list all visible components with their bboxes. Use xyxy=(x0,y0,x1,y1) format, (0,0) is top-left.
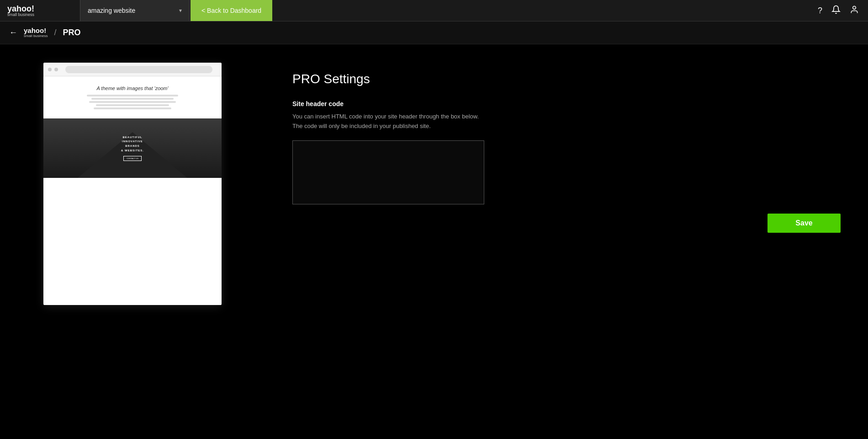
breadcrumb-slash: / xyxy=(54,28,56,37)
preview-hero-light: A theme with images that 'zoom' xyxy=(43,76,222,118)
preview-line-3 xyxy=(89,101,176,103)
site-header-code-label: Site header code xyxy=(292,100,841,107)
preview-dot-1 xyxy=(48,68,52,71)
preview-hero-lines xyxy=(57,95,208,109)
topbar-logo: yahoo! small business xyxy=(0,0,80,21)
topbar-right-actions: ? xyxy=(818,5,868,16)
chevron-down-icon: ▾ xyxy=(179,7,182,14)
help-icon[interactable]: ? xyxy=(818,6,822,16)
preview-dark-text: BEAUTIFUL INNOVATIVE BRANDS & WEBSITES. … xyxy=(121,135,144,161)
save-button[interactable]: Save xyxy=(767,214,841,233)
preview-browser-bar xyxy=(43,63,222,76)
preview-contact-button: CONTACT US xyxy=(123,156,142,161)
preview-dark-text-content: BEAUTIFUL INNOVATIVE BRANDS & WEBSITES. xyxy=(121,135,144,153)
back-to-dashboard-button[interactable]: < Back to Dashboard xyxy=(191,0,272,21)
back-arrow-icon[interactable]: ← xyxy=(9,28,17,37)
preview-dark-section: BEAUTIFUL INNOVATIVE BRANDS & WEBSITES. … xyxy=(43,118,222,178)
left-panel: A theme with images that 'zoom' BEAUTIFU… xyxy=(0,44,265,439)
pro-label: PRO xyxy=(63,28,80,37)
secondary-small-business-text: small business xyxy=(24,34,48,38)
preview-hero-title: A theme with images that 'zoom' xyxy=(57,86,208,91)
topbar: yahoo! small business amazing website ▾ … xyxy=(0,0,868,21)
right-panel: PRO Settings Site header code You can in… xyxy=(265,44,868,439)
website-preview: A theme with images that 'zoom' BEAUTIFU… xyxy=(43,63,222,305)
yahoo-logo-main: yahoo! xyxy=(7,5,34,13)
pro-settings-title: PRO Settings xyxy=(292,72,841,86)
header-code-textarea[interactable] xyxy=(292,140,484,204)
secondary-logo: yahoo! small business xyxy=(24,27,48,38)
preview-line-5 xyxy=(94,107,171,109)
preview-white-section xyxy=(43,178,222,305)
yahoo-logo-sub: small business xyxy=(7,13,34,17)
site-header-code-description: You can insert HTML code into your site … xyxy=(292,112,484,131)
preview-line-4 xyxy=(96,104,169,106)
secondary-yahoo-text: yahoo! xyxy=(24,27,48,35)
svg-point-0 xyxy=(853,6,856,9)
main-content: A theme with images that 'zoom' BEAUTIFU… xyxy=(0,44,868,439)
bell-icon[interactable] xyxy=(831,5,841,16)
preview-line-2 xyxy=(91,98,174,100)
preview-line-1 xyxy=(87,95,178,96)
preview-address-bar xyxy=(65,66,212,73)
secondary-nav: ← yahoo! small business / PRO xyxy=(0,21,868,44)
user-icon[interactable] xyxy=(850,5,859,16)
site-selector[interactable]: amazing website ▾ xyxy=(80,0,190,21)
site-name: amazing website xyxy=(88,7,175,14)
preview-dot-2 xyxy=(54,68,58,71)
